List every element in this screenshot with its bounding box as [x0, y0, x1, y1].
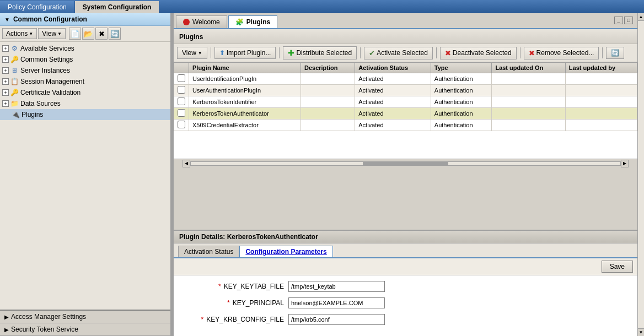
col-last-updated-by[interactable]: Last updated by	[565, 63, 637, 73]
main-layout: ▼ Common Configuration Actions ▼ View ▼ …	[0, 13, 644, 336]
tree-item-common-settings[interactable]: + 🔑 Common Settings	[0, 54, 170, 65]
plugins-toolbar: View ▼ ⬆ Import Plugin... ✚ Distribute S…	[174, 44, 637, 62]
sidebar-icon-btn-4[interactable]: 🔄	[109, 28, 121, 40]
tree-item-certificate-validation[interactable]: + 🔑 Certificate Validation	[0, 87, 170, 98]
table-row[interactable]: KerberosTokenAuthenticatorActivatedAuthe…	[174, 108, 637, 120]
save-button[interactable]: Save	[602, 261, 633, 273]
tree-expand-data-sources[interactable]: +	[2, 100, 9, 107]
table-section: Plugin Name Description Activation Statu…	[174, 62, 637, 230]
col-checkbox	[174, 63, 189, 73]
scroll-left-arrow[interactable]: ◀	[183, 160, 190, 167]
content-tabs: Welcome 🧩 Plugins _ □	[174, 13, 637, 29]
server-icon: 🖥	[10, 66, 19, 75]
tree-item-data-sources[interactable]: + 📁 Data Sources	[0, 98, 170, 109]
sidebar-section-access-manager[interactable]: ▶ Access Manager Settings	[0, 311, 170, 323]
cell-status: Activated	[355, 120, 431, 131]
tree-item-server-instances[interactable]: + 🖥 Server Instances	[0, 65, 170, 76]
scrollbar-track[interactable]	[190, 161, 621, 166]
services-icon: ⚙	[10, 44, 19, 53]
field-krb-config-input[interactable]	[288, 314, 385, 325]
sidebar-icon-btn-1[interactable]: 📄	[69, 28, 81, 40]
tree-expand-session-management[interactable]: +	[2, 78, 9, 85]
sidebar-icon-btn-2[interactable]: 📂	[82, 28, 94, 40]
row-checkbox[interactable]	[178, 74, 185, 82]
col-description[interactable]: Description	[300, 63, 355, 73]
tree-expand-certificate-validation[interactable]: +	[2, 89, 9, 96]
field-principal-input[interactable]	[288, 297, 385, 308]
import-plugin-button[interactable]: ⬆ Import Plugin...	[214, 47, 276, 59]
content-scroll: ▲ ▼	[637, 13, 644, 336]
scroll-right-arrow[interactable]: ▶	[621, 160, 629, 167]
required-star-1: *	[218, 283, 221, 290]
session-icon: 📋	[10, 77, 19, 86]
tab-policy-configuration[interactable]: Policy Configuration	[0, 1, 75, 13]
cell-name: UserAuthenticationPlugIn	[189, 85, 301, 96]
row-checkbox[interactable]	[178, 86, 185, 94]
security-token-expand-icon: ▶	[4, 327, 9, 333]
tree-item-available-services[interactable]: + ⚙ Available Services	[0, 43, 170, 54]
tree-expand-server-instances[interactable]: +	[2, 67, 9, 74]
tree-expand-available-services[interactable]: +	[2, 45, 9, 52]
deactivate-button[interactable]: ✖ Deactivate Selected	[440, 47, 517, 59]
tree-expand-common-settings[interactable]: +	[2, 56, 9, 63]
plugin-details-panel: Plugin Details: KerberosTokenAuthenticat…	[174, 230, 637, 336]
sidebar-expand-icon[interactable]: ▼	[4, 17, 10, 23]
scrollbar-thumb[interactable]	[363, 162, 449, 165]
tree-item-plugins[interactable]: 🔌 Plugins	[0, 109, 170, 120]
table-row[interactable]: KerberosTokenIdentifierActivatedAuthenti…	[174, 96, 637, 108]
cell-updatedBy	[565, 96, 637, 108]
field-keytab-input[interactable]	[288, 281, 385, 292]
cell-type: Authentication	[431, 85, 492, 96]
sidebar-icon-btn-3[interactable]: ✖	[95, 28, 108, 40]
activate-button[interactable]: ✔ Activate Selected	[364, 47, 433, 59]
cert-icon: 🔑	[10, 88, 19, 97]
scroll-up-btn[interactable]: ▲	[638, 13, 644, 21]
actions-button[interactable]: Actions ▼	[2, 28, 37, 39]
table-row[interactable]: X509CredentialExtractorActivatedAuthenti…	[174, 120, 637, 131]
view-plugins-button[interactable]: View ▼	[177, 47, 207, 59]
sidebar-section-security-token[interactable]: ▶ Security Token Service	[0, 323, 170, 336]
cell-description	[300, 85, 355, 96]
sidebar-tree: + ⚙ Available Services + 🔑 Common Settin…	[0, 42, 170, 310]
cell-updatedOn	[492, 73, 565, 85]
cell-description	[300, 96, 355, 108]
col-plugin-name[interactable]: Plugin Name	[189, 63, 301, 73]
activate-icon: ✔	[369, 49, 375, 57]
distribute-button[interactable]: ✚ Distribute Selected	[283, 46, 357, 59]
cell-updatedBy	[565, 73, 637, 85]
tab-plugins[interactable]: 🧩 Plugins	[228, 15, 277, 28]
tab-configuration-parameters[interactable]: Configuration Parameters	[239, 246, 332, 257]
tab-activation-status[interactable]: Activation Status	[178, 246, 239, 257]
col-activation-status[interactable]: Activation Status	[355, 63, 431, 73]
cell-updatedOn	[492, 96, 565, 108]
col-type[interactable]: Type	[431, 63, 492, 73]
cell-status: Activated	[355, 108, 431, 120]
sidebar-bottom: ▶ Access Manager Settings ▶ Security Tok…	[0, 310, 170, 336]
row-checkbox[interactable]	[178, 121, 185, 128]
tab-welcome[interactable]: Welcome	[176, 15, 227, 28]
plugin-detail-tabs: Activation Status Configuration Paramete…	[174, 243, 637, 258]
cell-status: Activated	[355, 73, 431, 85]
view-button[interactable]: View ▼	[38, 28, 66, 39]
plugin-details-header: Plugin Details: KerberosTokenAuthenticat…	[174, 231, 637, 243]
table-row[interactable]: UserIdentificationPlugInActivatedAuthent…	[174, 73, 637, 85]
row-checkbox[interactable]	[178, 97, 185, 105]
tab-system-configuration[interactable]: System Configuration	[75, 1, 160, 13]
cell-description	[300, 108, 355, 120]
plugins-table: Plugin Name Description Activation Statu…	[174, 62, 637, 131]
remove-button[interactable]: ✖ Remove Selected...	[524, 47, 599, 59]
cell-description	[300, 73, 355, 85]
row-checkbox[interactable]	[178, 109, 185, 117]
window-buttons: _ □	[612, 15, 635, 25]
col-last-updated-on[interactable]: Last updated On	[492, 63, 565, 73]
minimize-btn[interactable]: _	[614, 17, 623, 24]
tree-item-session-management[interactable]: + 📋 Session Management	[0, 76, 170, 87]
maximize-btn[interactable]: □	[624, 17, 633, 24]
field-principal-row: * KEY_PRINCIPAL	[185, 297, 626, 308]
scroll-down-btn[interactable]: ▼	[638, 328, 644, 336]
table-row[interactable]: UserAuthenticationPlugInActivatedAuthent…	[174, 85, 637, 96]
refresh-plugins-button[interactable]: 🔄	[606, 47, 624, 59]
actions-dropdown-arrow: ▼	[29, 31, 33, 36]
field-keytab-row: * KEY_KEYTAB_FILE	[185, 281, 626, 292]
plugin-icon: 🔌	[11, 110, 20, 119]
